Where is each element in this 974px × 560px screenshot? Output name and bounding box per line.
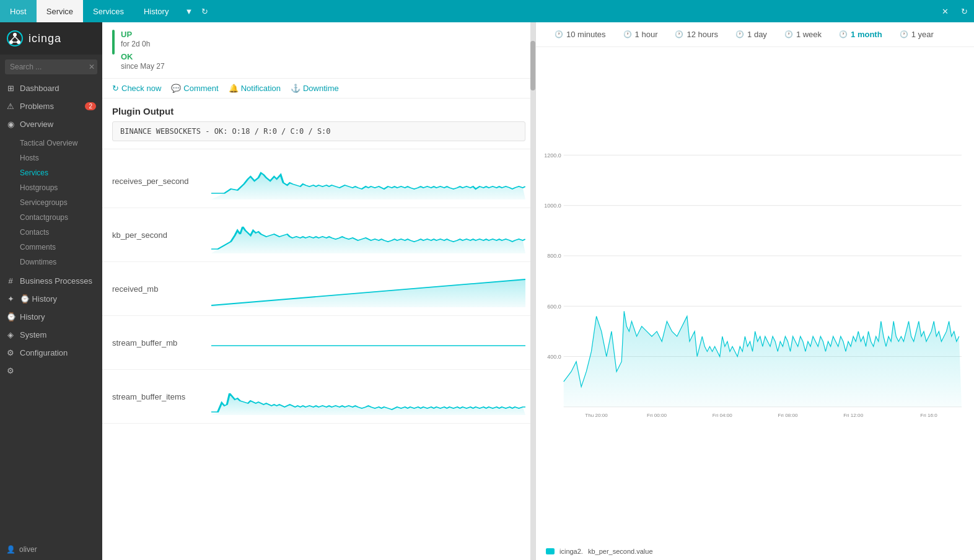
icinga-director-icon: ✦ bbox=[6, 294, 15, 304]
notification-label: Notification bbox=[241, 84, 281, 93]
sidebar-item-problems[interactable]: ⚠ Problems 2 bbox=[0, 97, 102, 115]
clock-icon-10min: 🕐 bbox=[555, 30, 563, 38]
sidebar-item-contacts[interactable]: Contacts bbox=[0, 225, 102, 240]
ok-label: OK bbox=[121, 52, 133, 61]
sidebar-item-hostgroups[interactable]: Hostgroups bbox=[0, 180, 102, 195]
sidebar-overview-subitems: Tactical Overview Hosts Services Hostgro… bbox=[0, 133, 102, 272]
dropdown-icon[interactable]: ▼ bbox=[182, 4, 195, 19]
plugin-output-content: BINANCE WEBSOCKETS - OK: O:18 / R:0 / C:… bbox=[112, 121, 525, 141]
main-chart-svg: 1200.0 1000.0 800.0 600.0 400.0 Thu 20:0… bbox=[536, 52, 964, 540]
action-buttons: ↻ Check now 💬 Comment 🔔 Notification ⚓ D… bbox=[102, 79, 535, 98]
time-range-label-1week: 1 week bbox=[796, 30, 822, 39]
up-label: UP bbox=[121, 30, 132, 39]
time-range-1week[interactable]: 🕐 1 week bbox=[776, 27, 830, 42]
sidebar-item-downtimes[interactable]: Downtimes bbox=[0, 255, 102, 269]
refresh2-icon[interactable]: ↻ bbox=[955, 7, 974, 16]
sidebar-item-servicegroups[interactable]: Servicegroups bbox=[0, 195, 102, 210]
chart-sparkline-receives-per-second[interactable] bbox=[211, 159, 525, 203]
svg-text:Fri 04:00: Fri 04:00 bbox=[713, 413, 732, 418]
sidebar-item-tactical-overview[interactable]: Tactical Overview bbox=[0, 136, 102, 151]
chart-legend: icinga2. kb_per_second.value bbox=[536, 545, 974, 560]
chart-row-kb-per-second: kb_per_second bbox=[102, 208, 535, 262]
sidebar-item-label: Dashboard bbox=[20, 84, 59, 93]
sidebar-item-system[interactable]: ⚙ Configuration bbox=[0, 344, 102, 362]
clock-icon-12hours: 🕐 bbox=[675, 30, 683, 38]
comment-button[interactable]: 💬 Comment bbox=[171, 84, 218, 93]
problems-icon: ⚠ bbox=[6, 102, 15, 111]
tab-service[interactable]: Service bbox=[37, 0, 83, 22]
svg-text:Fri 08:00: Fri 08:00 bbox=[778, 413, 797, 418]
time-range-10min[interactable]: 🕐 10 minutes bbox=[546, 27, 615, 42]
svg-text:Fri 16:0: Fri 16:0 bbox=[920, 413, 937, 418]
main-chart-container[interactable]: 1200.0 1000.0 800.0 600.0 400.0 Thu 20:0… bbox=[536, 47, 974, 545]
time-range-bar: 🕐 10 minutes 🕐 1 hour 🕐 12 hours 🕐 1 day… bbox=[536, 22, 974, 47]
time-range-1hour[interactable]: 🕐 1 hour bbox=[615, 27, 667, 42]
check-now-button[interactable]: ↻ Check now bbox=[112, 84, 161, 93]
status-ok-text: OK since May 27 bbox=[121, 52, 165, 71]
body-layout: icinga ✕ ⊞ Dashboard ⚠ Problems 2 ◉ Over… bbox=[0, 22, 974, 560]
scroll-thumb bbox=[530, 41, 535, 90]
chart-sparkline-stream-buffer-mb[interactable] bbox=[211, 321, 525, 364]
notification-icon: 🔔 bbox=[229, 84, 239, 93]
left-panel: UP for 2d 0h OK since May 27 bbox=[102, 22, 536, 560]
status-up-container: UP for 2d 0h OK since May 27 bbox=[112, 30, 525, 71]
history-icon: ⌚ bbox=[6, 312, 15, 322]
sidebar-item-overview[interactable]: ◉ Overview bbox=[0, 115, 102, 133]
sidebar-item-comments[interactable]: Comments bbox=[0, 240, 102, 255]
sidebar-item-hosts[interactable]: Hosts bbox=[0, 151, 102, 165]
clock-icon-1year: 🕐 bbox=[900, 30, 908, 38]
comment-icon: 💬 bbox=[171, 84, 181, 93]
sidebar-item-business-processes[interactable]: # Business Processes bbox=[0, 272, 102, 290]
tab-history[interactable]: History bbox=[134, 0, 178, 22]
close-icon[interactable]: ✕ bbox=[936, 7, 955, 16]
time-range-label-12hours: 12 hours bbox=[687, 30, 718, 39]
username: oliver bbox=[19, 545, 37, 554]
search-input[interactable] bbox=[5, 59, 97, 74]
svg-point-1 bbox=[13, 33, 17, 37]
sidebar-item-services[interactable]: Services bbox=[0, 165, 102, 180]
chart-sparkline-stream-buffer-items[interactable] bbox=[211, 375, 525, 418]
tab-host[interactable]: Host bbox=[0, 0, 37, 22]
sidebar-item-history[interactable]: ⌚ History bbox=[0, 308, 102, 326]
svg-line-5 bbox=[15, 37, 19, 40]
check-now-icon: ↻ bbox=[112, 84, 119, 93]
sidebar-user[interactable]: 👤 oliver bbox=[0, 539, 102, 560]
time-range-label-10min: 10 minutes bbox=[566, 30, 606, 39]
time-range-1day[interactable]: 🕐 1 day bbox=[727, 27, 776, 42]
overview-icon: ◉ bbox=[6, 120, 15, 129]
logo-text: icinga bbox=[29, 32, 61, 45]
sidebar-item-maps[interactable]: ◈ System bbox=[0, 326, 102, 344]
tab-services[interactable]: Services bbox=[83, 0, 134, 22]
chart-label-stream-buffer-items: stream_buffer_items bbox=[112, 392, 211, 401]
main-area: UP for 2d 0h OK since May 27 bbox=[102, 22, 974, 560]
time-range-label-1month: 1 month bbox=[851, 30, 882, 39]
scroll-indicator[interactable] bbox=[530, 22, 535, 560]
sidebar-item-label: Configuration bbox=[20, 348, 68, 357]
sidebar-item-configuration[interactable]: ⚙ bbox=[0, 362, 102, 380]
top-navigation: Host Service Services History ▼ ↻ ✕ ↻ bbox=[0, 0, 974, 22]
svg-text:1000.0: 1000.0 bbox=[544, 203, 561, 209]
comment-label: Comment bbox=[183, 84, 218, 93]
status-bar: UP for 2d 0h OK since May 27 bbox=[102, 22, 535, 79]
sidebar-item-dashboard[interactable]: ⊞ Dashboard bbox=[0, 79, 102, 97]
downtime-button[interactable]: ⚓ Downtime bbox=[291, 84, 339, 93]
chart-sparkline-kb-per-second[interactable] bbox=[211, 213, 525, 256]
notification-button[interactable]: 🔔 Notification bbox=[229, 84, 281, 93]
sidebar-logo: icinga bbox=[0, 22, 102, 55]
svg-text:1200.0: 1200.0 bbox=[544, 152, 561, 159]
clock-icon-1month: 🕐 bbox=[839, 30, 848, 38]
sidebar-item-label: Problems bbox=[20, 102, 54, 111]
sidebar-item-label: Business Processes bbox=[20, 276, 92, 286]
time-range-12hours[interactable]: 🕐 12 hours bbox=[666, 27, 727, 42]
time-range-1month[interactable]: 🕐 1 month bbox=[830, 27, 891, 42]
time-range-label-1year: 1 year bbox=[911, 30, 934, 39]
chart-label-receives-per-second: receives_per_second bbox=[112, 177, 211, 186]
refresh-icon[interactable]: ↻ bbox=[199, 4, 211, 19]
chart-row-stream-buffer-mb: stream_buffer_mb bbox=[102, 316, 535, 370]
sidebar-item-contactgroups[interactable]: Contactgroups bbox=[0, 210, 102, 225]
search-close-icon[interactable]: ✕ bbox=[89, 63, 95, 71]
system-icon: ⚙ bbox=[6, 348, 15, 357]
time-range-1year[interactable]: 🕐 1 year bbox=[891, 27, 942, 42]
sidebar-item-icinga-director[interactable]: ✦ ⌚ History bbox=[0, 290, 102, 308]
chart-sparkline-received-mb[interactable] bbox=[211, 267, 525, 310]
